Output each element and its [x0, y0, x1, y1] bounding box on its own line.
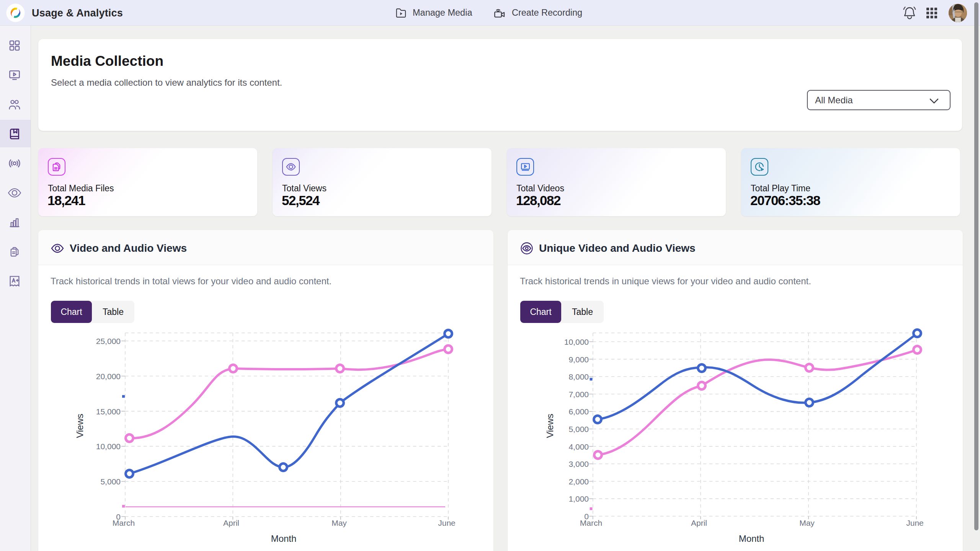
svg-text:1,000: 1,000 — [568, 494, 589, 503]
svg-text:March: March — [113, 518, 135, 527]
svg-text:3,000: 3,000 — [568, 460, 589, 468]
svg-text:8,000: 8,000 — [568, 372, 589, 381]
svg-text:June: June — [906, 518, 924, 527]
svg-text:20,000: 20,000 — [96, 372, 121, 381]
svg-text:Month: Month — [739, 533, 764, 544]
svg-text:Views: Views — [545, 414, 555, 438]
svg-text:April: April — [223, 518, 239, 527]
svg-text:7,000: 7,000 — [568, 390, 589, 399]
svg-text:2,000: 2,000 — [568, 477, 589, 486]
svg-text:10,000: 10,000 — [564, 337, 589, 346]
svg-text:15,000: 15,000 — [96, 407, 121, 416]
svg-text:May: May — [799, 518, 815, 527]
svg-text:6,000: 6,000 — [568, 407, 589, 416]
svg-text:June: June — [438, 518, 456, 527]
svg-text:5,000: 5,000 — [568, 425, 589, 434]
svg-text:10,000: 10,000 — [96, 442, 121, 451]
svg-text:April: April — [691, 518, 707, 527]
svg-text:25,000: 25,000 — [96, 337, 121, 346]
svg-text:May: May — [332, 518, 347, 527]
svg-text:5,000: 5,000 — [100, 477, 121, 486]
svg-text:Views: Views — [75, 414, 85, 438]
svg-text:9,000: 9,000 — [568, 355, 589, 364]
svg-text:March: March — [580, 518, 602, 527]
svg-text:4,000: 4,000 — [568, 442, 589, 451]
svg-text:Month: Month — [271, 533, 297, 544]
